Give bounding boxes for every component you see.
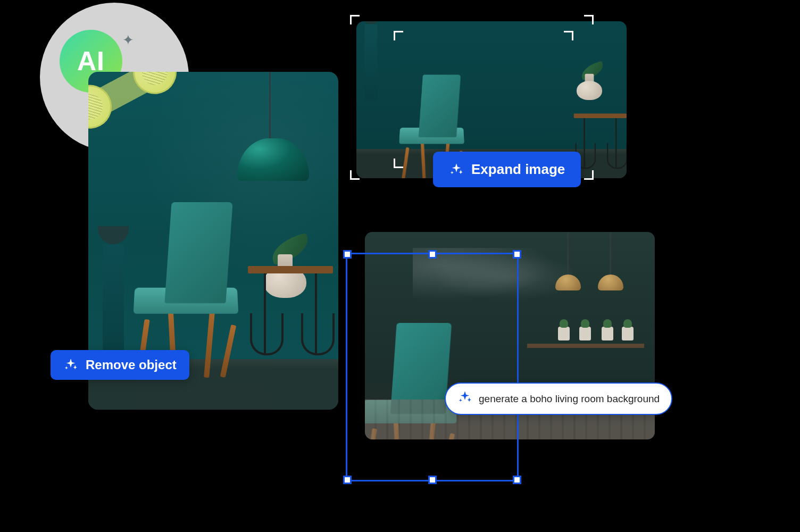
pendant-lamp-shade xyxy=(237,138,309,181)
crop-mark[interactable] xyxy=(584,170,594,180)
selection-handle[interactable] xyxy=(343,476,352,484)
expand-image-label: Expand image xyxy=(471,161,565,178)
side-table xyxy=(248,266,333,362)
selection-handle[interactable] xyxy=(343,250,352,259)
sparkle-icon xyxy=(457,390,472,408)
pendant-lamp xyxy=(610,232,611,280)
selection-handle[interactable] xyxy=(513,476,521,484)
highlighted-object[interactable] xyxy=(88,72,164,121)
plant-pot xyxy=(579,327,591,340)
remove-object-button[interactable]: Remove object xyxy=(51,350,189,380)
shelf xyxy=(527,344,644,348)
pendant-lamp xyxy=(567,232,569,280)
crop-mark-inner[interactable] xyxy=(564,31,573,40)
vase xyxy=(577,65,602,100)
crop-mark[interactable] xyxy=(350,170,360,180)
selection-handle[interactable] xyxy=(428,476,437,484)
sparkle-icon: ✦ xyxy=(122,32,134,48)
wall-light xyxy=(413,248,572,306)
plant-pot xyxy=(558,327,570,340)
side-table xyxy=(574,113,627,173)
generate-prompt-text: generate a boho living room background xyxy=(479,393,660,405)
crop-mark-inner[interactable] xyxy=(394,159,403,168)
chair xyxy=(365,323,464,439)
remove-object-label: Remove object xyxy=(86,358,177,372)
expand-image-button[interactable]: Expand image xyxy=(433,152,581,187)
plant-pot xyxy=(602,327,613,340)
crop-mark[interactable] xyxy=(350,15,360,24)
crop-mark[interactable] xyxy=(584,15,594,24)
pedestal xyxy=(362,21,380,99)
sparkle-icon xyxy=(449,162,464,177)
crop-mark-inner[interactable] xyxy=(394,31,403,40)
plant-pot xyxy=(622,327,634,340)
sparkle-icon xyxy=(63,358,78,372)
generate-prompt-input[interactable]: generate a boho living room background xyxy=(445,383,672,415)
